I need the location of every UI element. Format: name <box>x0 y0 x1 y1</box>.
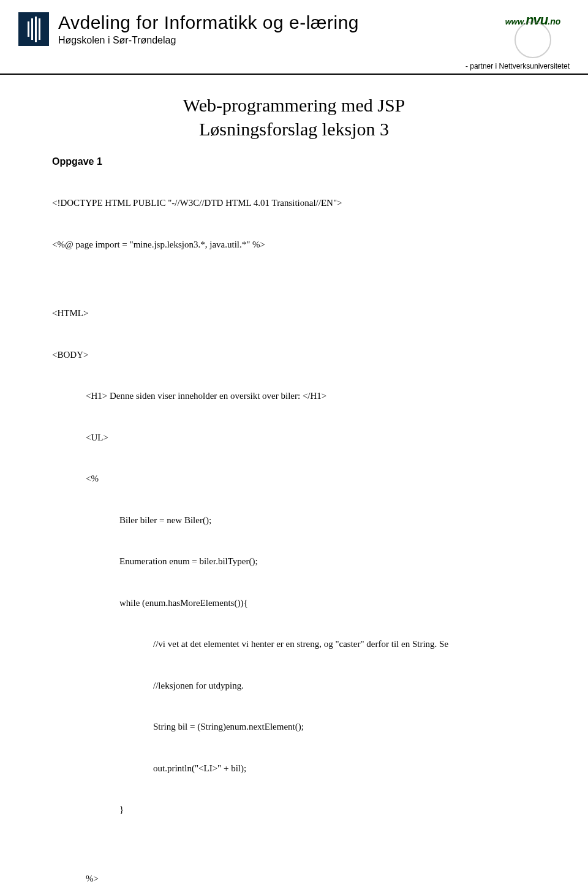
partner-text: - partner i Nettverksuniversitetet <box>466 62 570 70</box>
code-line: <% <box>52 472 536 486</box>
school-logo-icon <box>18 12 49 46</box>
code-line: Biler biler = new Biler(); <box>52 513 536 527</box>
code-line: <UL> <box>52 431 536 445</box>
header-text: Avdeling for Informatikk og e-læring Høg… <box>58 12 359 46</box>
code-line: %> <box>52 872 536 886</box>
code-line: Enumeration enum = biler.bilTyper(); <box>52 554 536 569</box>
code-line: <H1> Denne siden viser inneholder en ove… <box>52 389 536 403</box>
code-line: <BODY> <box>52 348 536 362</box>
department-name: Avdeling for Informatikk og e-læring <box>58 12 359 33</box>
code-line: out.println("<LI>" + bil); <box>52 762 536 776</box>
page-header: Avdeling for Informatikk og e-læring Høg… <box>0 0 588 75</box>
code-line: <%@ page import = "mine.jsp.leksjon3.*, … <box>52 238 536 252</box>
code-line: while (enum.hasMoreElements()){ <box>52 596 536 610</box>
header-right: www.nvu.no <box>496 12 570 67</box>
document-content: Web-programmering med JSP Løsningsforsla… <box>0 75 588 892</box>
code-line: String bil = (String)enum.nextElement(); <box>52 720 536 734</box>
oppgave-1-code: <!DOCTYPE HTML PUBLIC "-//W3C//DTD HTML … <box>52 168 536 892</box>
seal-icon <box>514 21 551 58</box>
code-line: //vi vet at det elementet vi henter er e… <box>52 637 536 651</box>
code-line: } <box>52 803 536 817</box>
school-name: Høgskolen i Sør-Trøndelag <box>58 35 359 46</box>
code-line: <!DOCTYPE HTML PUBLIC "-//W3C//DTD HTML … <box>52 196 536 210</box>
document-title: Web-programmering med JSP Løsningsforsla… <box>52 93 536 141</box>
code-line: //leksjonen for utdyping. <box>52 679 536 693</box>
title-line-2: Løsningsforslag leksjon 3 <box>199 119 389 139</box>
header-left: Avdeling for Informatikk og e-læring Høg… <box>18 12 359 46</box>
title-line-1: Web-programmering med JSP <box>183 95 405 115</box>
nvu-tld: .no <box>548 17 560 26</box>
oppgave-1-heading: Oppgave 1 <box>52 156 536 167</box>
code-line: <HTML> <box>52 306 536 320</box>
